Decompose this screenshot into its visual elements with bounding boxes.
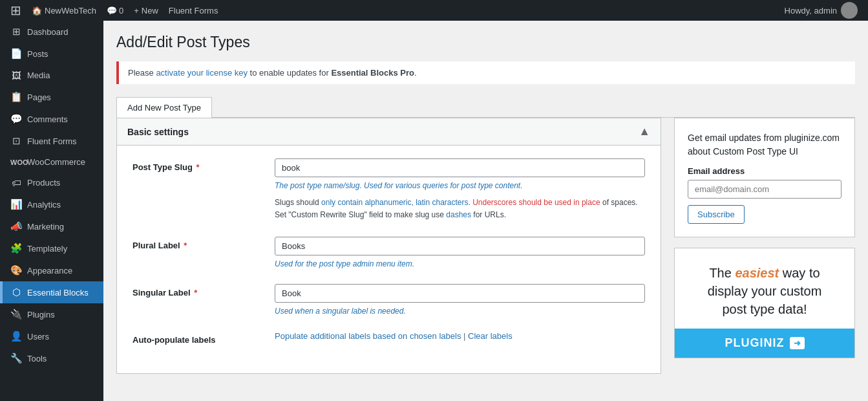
sidebar-label-comments: Comments (27, 114, 68, 124)
wp-logo[interactable]: ⊞ (5, 0, 26, 21)
sidebar-item-appearance[interactable]: 🎨 Appearance (0, 259, 103, 281)
dashboard-icon: ⊞ (10, 26, 22, 38)
woocommerce-icon: WOO (10, 158, 22, 166)
separator: | (463, 331, 468, 341)
promo-text: The easiest way to display your custom p… (688, 264, 842, 318)
posts-icon: 📄 (10, 48, 22, 60)
sidebar-label-essential-blocks: Essential Blocks (27, 288, 89, 298)
sidebar-label-templately: Templately (27, 244, 67, 254)
media-icon: 🖼 (10, 70, 22, 81)
email-input[interactable] (688, 180, 842, 199)
content-wrapper: Basic settings ▲ Post Type Slug * The po… (116, 118, 855, 374)
plugin-name: Essential Blocks Pro (331, 68, 414, 78)
post-type-slug-label: Post Type Slug * (132, 158, 262, 172)
sidebar-item-essential-blocks[interactable]: ⬡ Essential Blocks (0, 281, 103, 303)
sidebar-label-pages: Pages (27, 92, 51, 102)
page-title: Add/Edit Post Types (116, 34, 855, 51)
tools-icon: 🔧 (10, 352, 22, 364)
sidebar-label-users: Users (27, 332, 49, 341)
promo-brand-name: PLUGINIZ (725, 336, 785, 350)
comment-icon: 💬 (107, 6, 117, 16)
sidebar-label-appearance: Appearance (27, 266, 72, 276)
license-notice: Please activate your license key to enab… (116, 61, 855, 84)
essential-blocks-icon: ⬡ (10, 287, 22, 298)
sidebar-label-tools: Tools (27, 354, 47, 363)
main-content: Add/Edit Post Types Please activate your… (103, 21, 868, 401)
products-icon: 🏷 (10, 177, 22, 188)
post-type-slug-row: Post Type Slug * The post type name/slug… (132, 158, 645, 221)
email-widget: Get email updates from pluginize.com abo… (674, 118, 855, 237)
form-sidebar: Get email updates from pluginize.com abo… (674, 118, 855, 358)
sidebar-item-pages[interactable]: 📋 Pages (0, 86, 103, 108)
sidebar-item-comments[interactable]: 💬 Comments (0, 108, 103, 130)
tab-add-new-post-type[interactable]: Add New Post Type (116, 97, 212, 118)
auto-populate-row: Auto-populate labels Populate additional… (132, 331, 645, 345)
plus-icon: + (134, 6, 139, 16)
plural-label-row: Plural Label * Used for the post type ad… (132, 237, 645, 268)
populate-labels-link[interactable]: Populate additional labels based on chos… (275, 331, 461, 341)
promo-brand-icon: ➜ (790, 337, 805, 349)
subscribe-button[interactable]: Subscribe (688, 205, 745, 224)
sidebar-label-analytics: Analytics (27, 200, 61, 210)
sidebar-item-fluent-forms[interactable]: ⊡ Fluent Forms (0, 130, 103, 152)
sidebar-label-dashboard: Dashboard (27, 27, 69, 37)
plugins-icon: 🔌 (10, 309, 22, 320)
basic-settings-header[interactable]: Basic settings ▲ (117, 118, 661, 146)
singular-label-row: Singular Label * Used when a singular la… (132, 284, 645, 316)
section-title: Basic settings (127, 127, 189, 137)
comments-sidebar-icon: 💬 (10, 113, 22, 125)
fluent-forms-link[interactable]: Fluent Forms (164, 0, 224, 21)
singular-label-input[interactable] (275, 284, 645, 303)
sidebar-item-marketing[interactable]: 📣 Marketing (0, 215, 103, 237)
singular-label-hint: Used when a singular label is needed. (275, 307, 645, 316)
sidebar-label-woocommerce: WooCommerce (27, 157, 85, 167)
sidebar-item-dashboard[interactable]: ⊞ Dashboard (0, 21, 103, 43)
appearance-icon: 🎨 (10, 265, 22, 276)
plural-label-hint: Used for the post type admin menu item. (275, 259, 645, 268)
sidebar-item-media[interactable]: 🖼 Media (0, 65, 103, 86)
plural-label-field: Used for the post type admin menu item. (275, 237, 645, 268)
promo-box: The easiest way to display your custom p… (674, 248, 855, 358)
promo-bottom: PLUGINIZ ➜ (675, 329, 854, 358)
notice-suffix: . (414, 68, 417, 78)
sidebar-item-users[interactable]: 👤 Users (0, 325, 103, 347)
clear-labels-link[interactable]: Clear labels (468, 331, 513, 341)
fluent-forms-icon: ⊡ (10, 135, 22, 147)
singular-required-asterisk: * (192, 288, 198, 298)
comments-link[interactable]: 💬 0 (101, 0, 129, 21)
admin-bar-right: Howdy, admin (779, 2, 863, 19)
plural-required-asterisk: * (182, 241, 187, 250)
users-icon: 👤 (10, 331, 22, 342)
sidebar-item-analytics[interactable]: 📊 Analytics (0, 193, 103, 215)
sidebar-item-posts[interactable]: 📄 Posts (0, 43, 103, 65)
post-type-slug-input[interactable] (275, 158, 645, 177)
comment-count: 0 (119, 6, 123, 16)
admin-bar: ⊞ 🏠 NewWebTech 💬 0 + New Fluent Forms Ho… (0, 0, 868, 21)
avatar (841, 2, 858, 19)
activate-license-link[interactable]: activate your license key (156, 68, 248, 78)
sidebar-item-tools[interactable]: 🔧 Tools (0, 347, 103, 369)
tab-nav: Add New Post Type (116, 97, 855, 118)
sidebar-item-templately[interactable]: 🧩 Templately (0, 237, 103, 259)
sidebar-label-plugins: Plugins (27, 310, 55, 320)
new-content-link[interactable]: + New (129, 0, 164, 21)
site-name-link[interactable]: 🏠 NewWebTech (26, 0, 101, 21)
email-label: Email address (688, 166, 842, 176)
sidebar-item-plugins[interactable]: 🔌 Plugins (0, 303, 103, 325)
singular-label-label: Singular Label * (132, 284, 262, 298)
howdy-text: Howdy, admin (785, 6, 837, 16)
auto-populate-field: Populate additional labels based on chos… (275, 331, 645, 341)
templately-icon: 🧩 (10, 243, 22, 254)
sidebar-label-media: Media (27, 70, 50, 80)
plural-label-input[interactable] (275, 237, 645, 255)
howdy-menu[interactable]: Howdy, admin (779, 2, 863, 19)
singular-label-field: Used when a singular label is needed. (275, 284, 645, 316)
notice-middle: to enable updates for (248, 68, 331, 78)
sidebar-item-woocommerce[interactable]: WOO WooCommerce (0, 152, 103, 172)
post-type-slug-field: The post type name/slug. Used for variou… (275, 158, 645, 221)
promo-highlight: easiest (735, 266, 779, 280)
sidebar-label-posts: Posts (27, 49, 48, 59)
plural-label-label: Plural Label * (132, 237, 262, 250)
sidebar-item-products[interactable]: 🏷 Products (0, 172, 103, 193)
form-body: Post Type Slug * The post type name/slug… (117, 146, 661, 373)
